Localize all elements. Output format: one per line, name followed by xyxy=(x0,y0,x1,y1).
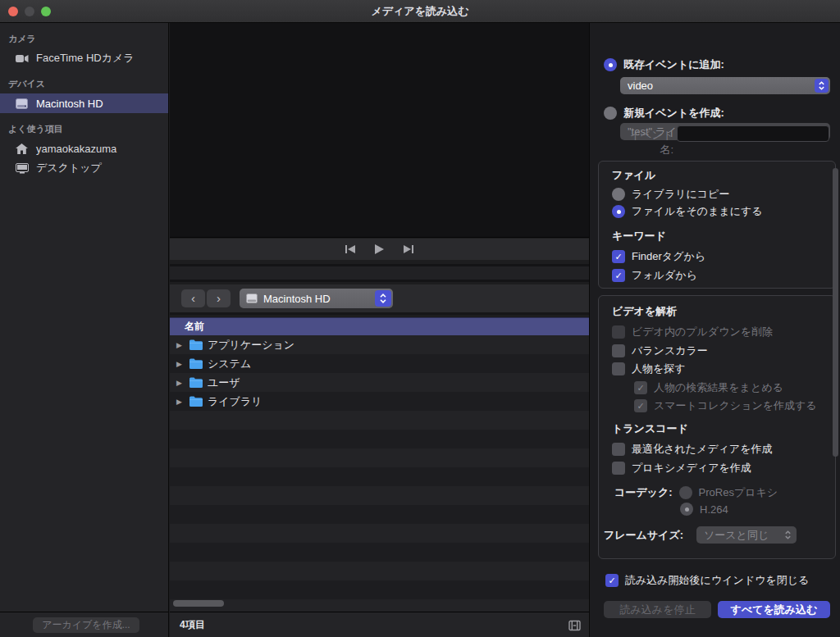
leave-files-in-place-label: ファイルをそのままにする xyxy=(632,204,763,219)
browser-status-bar: 4項目 xyxy=(170,612,589,637)
forward-button[interactable]: › xyxy=(207,289,231,307)
hard-drive-icon xyxy=(246,293,258,303)
browser-column: ‹ › Macintosh HD 名前 ▶ アプリケーション xyxy=(170,23,589,637)
existing-event-popup[interactable]: video xyxy=(620,77,830,94)
sidebar-item-label: デスクトップ xyxy=(36,161,102,175)
stop-import-button: 読み込みを停止 xyxy=(604,601,711,618)
prores-proxy-radio xyxy=(679,486,692,499)
vertical-scrollbar-thumb[interactable] xyxy=(833,168,838,457)
sidebar-item-home[interactable]: yamaokakazuma xyxy=(0,139,168,158)
zoom-window-button[interactable] xyxy=(41,7,51,16)
source-sidebar: カメラ FaceTime HDカメラ デバイス Macintosh HD よく使… xyxy=(0,23,169,637)
home-icon xyxy=(15,143,29,154)
create-smart-collections-checkbox: ✓ xyxy=(634,399,647,412)
consolidate-people-results-checkbox: ✓ xyxy=(634,381,647,394)
analyze-video-heading: ビデオを解析 xyxy=(612,304,677,319)
skip-forward-button[interactable] xyxy=(403,244,414,254)
frame-size-value: ソースと同じ xyxy=(704,528,769,543)
create-optimized-media-label: 最適化されたメディアを作成 xyxy=(632,442,772,457)
sidebar-bottom-bar: アーカイブを作成... xyxy=(0,612,168,637)
leave-files-in-place-radio[interactable] xyxy=(612,205,625,218)
file-row-library[interactable]: ▶ ライブラリ xyxy=(170,392,589,411)
create-optimized-media-checkbox[interactable] xyxy=(612,443,625,456)
import-all-button[interactable]: すべてを読み込む xyxy=(718,601,830,618)
desktop-icon xyxy=(15,163,29,174)
h264-radio xyxy=(680,503,693,516)
create-new-event-radio[interactable] xyxy=(604,107,617,120)
folder-icon xyxy=(189,339,203,350)
sidebar-section-favorites: よく使う項目 xyxy=(0,113,168,139)
from-folders-checkbox[interactable]: ✓ xyxy=(612,269,625,282)
frame-size-label: フレームサイズ: xyxy=(604,528,683,543)
sidebar-section-devices: デバイス xyxy=(0,68,168,93)
item-count: 4項目 xyxy=(180,618,205,632)
horizontal-scrollbar-thumb[interactable] xyxy=(173,600,224,607)
finder-tags-checkbox[interactable]: ✓ xyxy=(612,250,625,263)
create-proxy-media-checkbox[interactable] xyxy=(612,462,625,475)
find-people-label: 人物を探す xyxy=(632,362,686,376)
window-title: メディアを読み込む xyxy=(371,4,468,19)
create-new-event-label: 新規イベントを作成: xyxy=(623,106,724,121)
browser-toolbar-strip xyxy=(170,264,589,282)
codec-label: コーデック: xyxy=(614,485,673,500)
file-row-label: システム xyxy=(208,357,251,371)
transcode-heading: トランスコード xyxy=(612,421,688,436)
create-smart-collections-label: スマートコレクションを作成する xyxy=(654,398,817,413)
disclosure-triangle-icon[interactable]: ▶ xyxy=(176,379,185,387)
consolidate-people-results-label: 人物の検索結果をまとめる xyxy=(654,380,783,395)
file-row-label: アプリケーション xyxy=(208,338,294,353)
sidebar-item-facetime-camera[interactable]: FaceTime HDカメラ xyxy=(0,48,168,68)
remove-pulldown-checkbox xyxy=(612,325,625,339)
disclosure-triangle-icon[interactable]: ▶ xyxy=(176,360,185,368)
folder-icon xyxy=(189,377,203,388)
remove-pulldown-label: ビデオ内のプルダウンを削除 xyxy=(632,325,773,339)
sidebar-item-label: Macintosh HD xyxy=(36,98,103,110)
close-window-after-import-label: 読み込み開始後にウインドウを閉じる xyxy=(625,573,809,588)
copy-to-library-label: ライブラリにコピー xyxy=(632,187,729,202)
back-button[interactable]: ‹ xyxy=(181,289,205,307)
prores-proxy-label: ProResプロキシ xyxy=(699,485,778,500)
keywords-heading: キーワード xyxy=(612,229,666,243)
chevron-up-down-icon xyxy=(781,528,795,542)
balance-color-label: バランスカラー xyxy=(632,344,708,358)
file-row-applications[interactable]: ▶ アプリケーション xyxy=(170,335,589,354)
add-to-existing-radio[interactable] xyxy=(604,58,617,71)
disclosure-triangle-icon[interactable]: ▶ xyxy=(176,398,185,406)
sidebar-item-macintosh-hd[interactable]: Macintosh HD xyxy=(0,93,168,113)
sidebar-item-label: FaceTime HDカメラ xyxy=(36,51,135,66)
location-popup[interactable]: Macintosh HD xyxy=(240,289,393,308)
close-window-after-import-checkbox[interactable]: ✓ xyxy=(605,574,619,587)
from-folders-label: フォルダから xyxy=(632,268,697,283)
play-button[interactable] xyxy=(374,243,385,255)
event-name-label: イベント名: xyxy=(624,128,673,157)
create-archive-button[interactable]: アーカイブを作成... xyxy=(33,617,139,633)
filmstrip-view-icon[interactable] xyxy=(568,620,581,631)
video-camera-icon xyxy=(15,54,29,63)
folder-icon xyxy=(189,396,203,407)
close-window-button[interactable] xyxy=(8,7,18,16)
file-list: ▶ アプリケーション ▶ システム ▶ ユーザ ▶ ライブラリ xyxy=(170,335,589,612)
column-header-name[interactable]: 名前 xyxy=(170,317,589,335)
sidebar-item-label: yamaokakazuma xyxy=(36,143,116,155)
finder-tags-label: Finderタグから xyxy=(632,249,705,264)
file-row-system[interactable]: ▶ システム xyxy=(170,354,589,373)
skip-back-button[interactable] xyxy=(345,244,356,254)
existing-event-value: video xyxy=(628,80,653,92)
chevron-up-down-icon xyxy=(815,79,829,93)
balance-color-checkbox[interactable] xyxy=(612,344,625,357)
location-popup-value: Macintosh HD xyxy=(263,293,331,305)
file-row-users[interactable]: ▶ ユーザ xyxy=(170,373,589,392)
chevron-up-down-icon xyxy=(375,290,391,307)
event-name-input[interactable] xyxy=(677,125,829,142)
sidebar-section-cameras: カメラ xyxy=(0,23,168,48)
copy-to-library-radio[interactable] xyxy=(612,188,625,201)
titlebar: メディアを読み込む xyxy=(0,0,840,23)
file-row-label: ユーザ xyxy=(208,375,240,390)
h264-label: H.264 xyxy=(700,503,728,516)
disclosure-triangle-icon[interactable]: ▶ xyxy=(176,341,185,349)
create-proxy-media-label: プロキシメディアを作成 xyxy=(632,461,751,475)
sidebar-item-desktop[interactable]: デスクトップ xyxy=(0,158,168,178)
find-people-checkbox[interactable] xyxy=(612,362,625,375)
add-to-existing-label: 既存イベントに追加: xyxy=(623,57,724,72)
import-media-window: メディアを読み込む カメラ FaceTime HDカメラ デバイス Macint… xyxy=(0,0,840,637)
